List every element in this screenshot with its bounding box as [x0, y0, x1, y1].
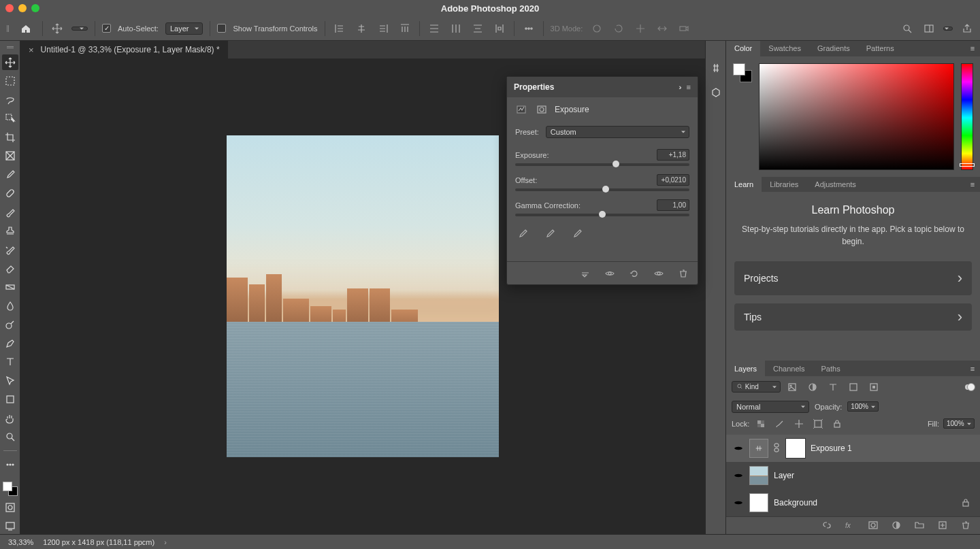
adjustment-icon[interactable] — [889, 518, 904, 532]
mask-thumb[interactable] — [786, 439, 805, 458]
align-right-icon[interactable] — [376, 22, 391, 35]
layer-name[interactable]: Layer — [774, 471, 794, 480]
screenmode-tool[interactable] — [2, 518, 18, 535]
align-top-icon[interactable] — [397, 22, 412, 35]
filter-adjust-icon[interactable] — [805, 380, 820, 394]
align-hcenter-icon[interactable] — [354, 22, 369, 35]
shelf-icon-1[interactable] — [708, 60, 724, 76]
healing-tool[interactable] — [2, 186, 18, 202]
layer-row-exposure[interactable]: Exposure 1 — [726, 435, 980, 462]
eraser-tool[interactable] — [2, 261, 18, 277]
type-tool[interactable] — [2, 354, 18, 370]
marquee-tool[interactable] — [2, 73, 18, 89]
color-fgbg[interactable] — [733, 63, 752, 82]
minimize-window[interactable] — [18, 4, 27, 12]
tab-paths[interactable]: Paths — [813, 361, 849, 376]
tab-channels[interactable]: Channels — [765, 361, 813, 376]
align-left-icon[interactable] — [332, 22, 347, 35]
learn-panel-menu[interactable]: ≡ — [965, 177, 980, 193]
opacity-value[interactable]: 100% — [847, 401, 879, 412]
tab-adjustments[interactable]: Adjustments — [806, 177, 864, 193]
learn-item-tips[interactable]: Tips — [734, 303, 972, 331]
tab-swatches[interactable]: Swatches — [760, 41, 809, 56]
edit-toolbar[interactable] — [2, 456, 18, 473]
properties-header[interactable]: Properties ›› ≡ — [507, 77, 698, 97]
trash-icon[interactable] — [676, 267, 691, 280]
learn-item-projects[interactable]: Projects — [734, 261, 972, 295]
tab-patterns[interactable]: Patterns — [858, 41, 902, 56]
lock-transparent-icon[interactable] — [753, 417, 768, 431]
show-transform-checkbox[interactable] — [217, 24, 226, 33]
blur-tool[interactable] — [2, 298, 18, 314]
tab-gradients[interactable]: Gradients — [809, 41, 858, 56]
workspace-icon[interactable] — [921, 22, 936, 35]
path-select-tool[interactable] — [2, 373, 18, 389]
link-layers-icon[interactable] — [819, 518, 834, 532]
layer-name[interactable]: Exposure 1 — [811, 444, 852, 453]
brush-tool[interactable] — [2, 204, 18, 220]
eyedropper-white-icon[interactable] — [570, 227, 585, 241]
workspace-select[interactable] — [943, 27, 953, 31]
zoom-readout[interactable]: 33,33% — [8, 538, 33, 546]
exposure-value[interactable]: +1,18 — [657, 149, 689, 161]
dodge-tool[interactable] — [2, 316, 18, 333]
offset-slider[interactable] — [515, 188, 689, 191]
filter-shape-icon[interactable] — [846, 380, 861, 394]
filter-type-icon[interactable] — [826, 380, 840, 394]
lock-pixels-icon[interactable] — [772, 417, 787, 431]
layer-row-layer[interactable]: Layer — [726, 462, 980, 489]
lock-artboard-icon[interactable] — [811, 417, 826, 431]
document-tab[interactable]: × Untitled-1 @ 33,3% (Exposure 1, Layer … — [20, 41, 228, 59]
filter-pixel-icon[interactable] — [785, 380, 800, 394]
tab-layers[interactable]: Layers — [726, 361, 765, 376]
clip-to-layer-icon[interactable] — [578, 267, 593, 280]
eyedropper-black-icon[interactable] — [515, 227, 530, 241]
move-tool[interactable] — [2, 54, 18, 71]
zoom-tool[interactable] — [2, 429, 18, 446]
auto-select-target[interactable]: Layer — [165, 22, 203, 35]
dist-hspace-icon[interactable] — [492, 22, 507, 35]
stamp-tool[interactable] — [2, 223, 18, 239]
layer-filter-kind[interactable]: Kind — [732, 381, 781, 393]
eyedropper-tool[interactable] — [2, 167, 18, 183]
group-icon[interactable] — [912, 518, 927, 532]
preview-icon[interactable] — [651, 267, 666, 280]
more-options-icon[interactable] — [521, 22, 536, 35]
visibility-icon[interactable] — [733, 443, 744, 454]
tab-libraries[interactable]: Libraries — [762, 177, 806, 193]
status-more-icon[interactable]: › — [164, 538, 167, 546]
history-brush-tool[interactable] — [2, 242, 18, 258]
dist-vcenter-icon[interactable] — [448, 22, 463, 35]
gamma-value[interactable]: 1,00 — [657, 199, 689, 211]
close-tab-icon[interactable]: × — [29, 45, 34, 55]
gamma-slider[interactable] — [515, 214, 689, 216]
new-layer-icon[interactable] — [935, 518, 950, 532]
share-icon[interactable] — [960, 22, 975, 35]
eyedropper-gray-icon[interactable] — [542, 227, 557, 241]
dist-bottom-icon[interactable] — [470, 22, 485, 35]
lasso-tool[interactable] — [2, 92, 18, 108]
lock-all-icon[interactable] — [830, 417, 845, 431]
mask-icon[interactable] — [866, 518, 881, 532]
palette-grip[interactable] — [7, 46, 14, 50]
fg-bg-colors[interactable] — [2, 481, 18, 497]
filter-toggle[interactable] — [965, 384, 975, 390]
collapse-icon[interactable]: ›› — [679, 83, 679, 91]
layer-row-background[interactable]: Background — [726, 489, 980, 516]
visibility-icon[interactable] — [733, 497, 744, 508]
frame-tool[interactable] — [2, 148, 18, 165]
offset-value[interactable]: +0,0210 — [657, 174, 689, 186]
filter-smart-icon[interactable] — [866, 380, 881, 394]
shape-tool[interactable] — [2, 391, 18, 407]
close-window[interactable] — [5, 4, 14, 12]
preset-select[interactable]: Custom — [546, 126, 689, 138]
fx-icon[interactable]: fx — [843, 518, 858, 532]
fill-value[interactable]: 100% — [943, 418, 975, 429]
dist-top-icon[interactable] — [427, 22, 442, 35]
auto-select-checkbox[interactable] — [102, 24, 111, 33]
exposure-slider[interactable] — [515, 163, 689, 166]
toggle-visibility-icon[interactable] — [602, 267, 617, 280]
tool-mode-select[interactable] — [71, 27, 88, 31]
object-select-tool[interactable] — [2, 110, 18, 127]
panel-menu-icon[interactable]: ≡ — [687, 83, 691, 91]
